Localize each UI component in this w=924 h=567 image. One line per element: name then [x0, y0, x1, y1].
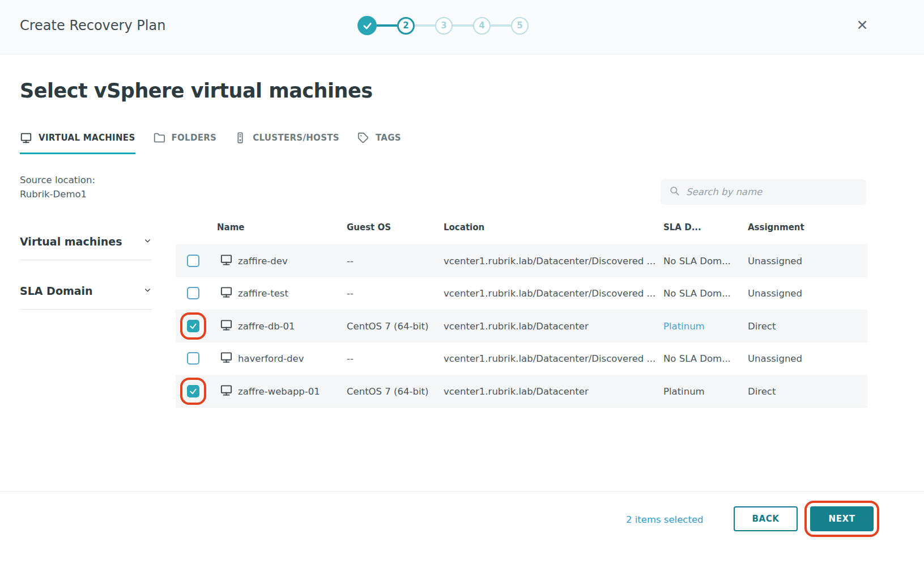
- column-header-location: Location: [444, 222, 484, 232]
- source-location-label: Source location: Rubrik-Demo1: [20, 174, 129, 201]
- tab-label: FOLDERS: [172, 133, 217, 143]
- column-header-sla-domain: SLA D...: [663, 222, 701, 232]
- step-2-current[interactable]: 2: [397, 17, 415, 35]
- step-4[interactable]: 4: [473, 17, 491, 35]
- step-connector: [491, 24, 511, 27]
- vm-guest-os: --: [347, 288, 354, 299]
- table-row[interactable]: haverford-dev -- vcenter1.rubrik.lab/Dat…: [176, 342, 867, 375]
- search-icon: [669, 185, 680, 198]
- step-connector: [453, 24, 473, 27]
- next-button[interactable]: NEXT: [810, 506, 874, 531]
- wizard-stepper: 2 3 4 5: [357, 16, 529, 35]
- filter-label: Virtual machines: [20, 235, 122, 248]
- search-box: [661, 179, 866, 205]
- vm-location: vcenter1.rubrik.lab/Datacenter/Discovere…: [444, 255, 655, 266]
- check-icon: [363, 21, 372, 31]
- tab-label: VIRTUAL MACHINES: [39, 133, 135, 143]
- vm-sla-domain: No SLA Dom...: [663, 288, 731, 299]
- column-header-name: Name: [217, 222, 244, 232]
- vm-assignment: Unassigned: [748, 255, 802, 266]
- vm-guest-os: --: [347, 255, 354, 266]
- column-header-assignment: Assignment: [748, 222, 804, 232]
- vm-location: vcenter1.rubrik.lab/Datacenter: [444, 320, 589, 331]
- vm-assignment: Unassigned: [748, 288, 802, 299]
- tab-clusters-hosts[interactable]: CLUSTERS/HOSTS: [234, 132, 339, 154]
- step-1-completed[interactable]: [357, 16, 377, 35]
- table-row[interactable]: zaffire-test -- vcenter1.rubrik.lab/Data…: [176, 277, 867, 310]
- row-checkbox[interactable]: [187, 255, 199, 267]
- page-title: Select vSphere virtual machines: [20, 79, 373, 102]
- tab-virtual-machines[interactable]: VIRTUAL MACHINES: [20, 132, 135, 154]
- vm-guest-os: --: [347, 353, 354, 364]
- tab-label: TAGS: [376, 133, 401, 143]
- row-checkbox[interactable]: [187, 385, 199, 397]
- vm-name: zaffre-db-01: [238, 320, 295, 331]
- vm-name: zaffre-webapp-01: [238, 386, 320, 396]
- vm-assignment: Direct: [748, 386, 776, 396]
- tab-folders[interactable]: FOLDERS: [153, 132, 217, 154]
- create-recovery-plan-dialog: Create Recovery Plan 2 3 4 5 ✕ Select vS…: [0, 0, 924, 567]
- dialog-header: Create Recovery Plan 2 3 4 5 ✕: [0, 0, 924, 54]
- filter-label: SLA Domain: [20, 285, 93, 297]
- monitor-icon: [20, 132, 32, 144]
- vm-monitor-icon: [220, 318, 233, 333]
- search-input[interactable]: [686, 187, 858, 197]
- table-header: Name Guest OS Location SLA D... Assignme…: [0, 222, 924, 236]
- tab-tags[interactable]: TAGS: [357, 132, 401, 154]
- dialog-footer: 2 items selected BACK NEXT: [0, 491, 924, 567]
- vm-sla-domain: No SLA Dom...: [663, 353, 731, 364]
- filter-sla-domain[interactable]: SLA Domain: [20, 285, 152, 297]
- back-button[interactable]: BACK: [734, 506, 798, 531]
- row-checkbox[interactable]: [187, 352, 199, 365]
- close-icon[interactable]: ✕: [852, 15, 872, 35]
- vm-assignment: Unassigned: [748, 353, 802, 364]
- vm-location: vcenter1.rubrik.lab/Datacenter/Discovere…: [444, 288, 655, 299]
- chevron-down-icon: [143, 236, 152, 247]
- filter-virtual-machines[interactable]: Virtual machines: [20, 235, 152, 248]
- vm-sla-domain[interactable]: Platinum: [663, 320, 705, 331]
- chevron-down-icon: [143, 286, 152, 297]
- server-icon: [234, 132, 246, 144]
- vm-location: vcenter1.rubrik.lab/Datacenter: [444, 386, 589, 396]
- vm-sla-domain: No SLA Dom...: [663, 255, 731, 266]
- row-checkbox[interactable]: [187, 320, 199, 332]
- vm-assignment: Direct: [748, 320, 776, 331]
- dialog-title: Create Recovery Plan: [20, 18, 165, 33]
- row-checkbox[interactable]: [187, 287, 199, 299]
- vm-monitor-icon: [220, 253, 233, 268]
- vm-name: haverford-dev: [238, 353, 304, 364]
- vm-guest-os: CentOS 7 (64-bit): [347, 386, 428, 396]
- step-connector: [377, 24, 397, 27]
- vm-name: zaffire-test: [238, 288, 288, 299]
- vm-guest-os: CentOS 7 (64-bit): [347, 320, 428, 331]
- vm-sla-domain: Platinum: [663, 386, 705, 396]
- table-row[interactable]: zaffre-webapp-01 CentOS 7 (64-bit) vcent…: [176, 375, 867, 408]
- column-header-guest-os: Guest OS: [347, 222, 391, 232]
- table-row[interactable]: zaffire-dev -- vcenter1.rubrik.lab/Datac…: [176, 244, 867, 277]
- vm-monitor-icon: [220, 351, 233, 366]
- step-3[interactable]: 3: [435, 17, 453, 35]
- vm-monitor-icon: [220, 286, 233, 301]
- tag-icon: [357, 132, 369, 144]
- step-5[interactable]: 5: [511, 17, 529, 35]
- vm-monitor-icon: [220, 383, 233, 399]
- divider: [20, 309, 152, 310]
- step-connector: [415, 24, 435, 27]
- tab-label: CLUSTERS/HOSTS: [253, 133, 339, 143]
- selected-items-count: 2 items selected: [626, 514, 704, 525]
- folder-icon: [153, 132, 165, 144]
- table-body: zaffire-dev -- vcenter1.rubrik.lab/Datac…: [176, 244, 867, 408]
- object-type-tabs: VIRTUAL MACHINES FOLDERS CLUSTERS/HOSTS …: [20, 132, 401, 154]
- vm-location: vcenter1.rubrik.lab/Datacenter/Discovere…: [444, 353, 655, 364]
- table-row[interactable]: zaffre-db-01 CentOS 7 (64-bit) vcenter1.…: [176, 310, 867, 342]
- vm-name: zaffire-dev: [238, 255, 288, 266]
- divider: [20, 260, 152, 260]
